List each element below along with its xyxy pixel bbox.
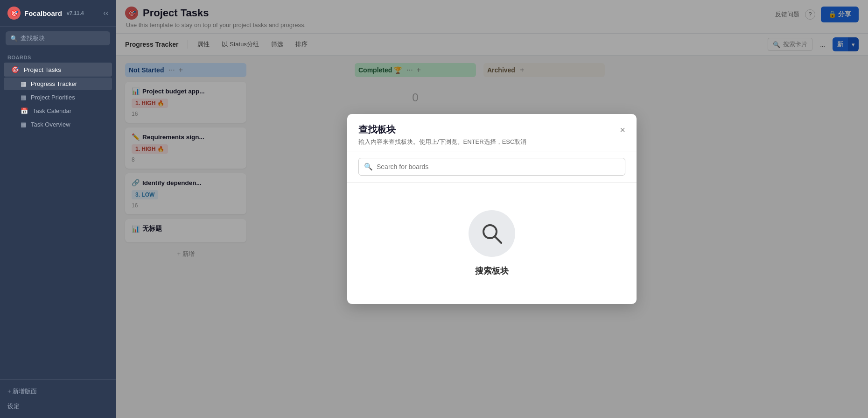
modal-title: 查找板块: [358, 123, 396, 136]
app-name: Focalboard: [24, 9, 62, 17]
app-version: v7.11.4: [67, 10, 84, 16]
search-icon: 🔍: [10, 35, 18, 42]
sidebar-subitem-project-priorities[interactable]: ▦ Project Priorities: [4, 91, 112, 104]
task-calendar-icon: 📅: [21, 107, 28, 114]
modal-close-button[interactable]: ×: [620, 125, 625, 135]
svg-line-1: [495, 236, 501, 243]
sidebar-subitem-label: Task Calendar: [33, 107, 71, 114]
sidebar: 🎯 Focalboard v7.11.4 ‹‹ 🔍 查找板块 BOARDS 🎯 …: [0, 0, 116, 418]
sidebar-search-label: 查找板块: [21, 34, 45, 43]
find-board-modal: 查找板块 × 输入内容来查找板块。使用上/下浏览。ENTER选择，ESC取消 🔍: [347, 114, 637, 304]
sidebar-subitem-progress-tracker[interactable]: ▦ Progress Tracker: [4, 78, 112, 90]
modal-search-row: 🔍: [347, 151, 637, 183]
main-content: 🎯 Project Tasks Use this template to sta…: [116, 0, 868, 418]
modal-search-icon: 🔍: [364, 163, 373, 171]
search-empty-svg: [480, 221, 504, 246]
sidebar-header: 🎯 Focalboard v7.11.4 ‹‹: [0, 0, 116, 27]
collapse-sidebar-button[interactable]: ‹‹: [103, 9, 108, 17]
add-board-button[interactable]: + 新增版面: [7, 385, 108, 397]
sidebar-subitem-task-overview[interactable]: ▦ Task Overview: [4, 118, 112, 131]
logo-icon: 🎯: [7, 7, 21, 20]
task-overview-icon: ▦: [21, 121, 26, 128]
modal-body: 搜索板块: [347, 183, 637, 304]
sidebar-subitem-task-calendar[interactable]: 📅 Task Calendar: [4, 105, 112, 117]
modal-empty-icon: [469, 210, 515, 257]
sidebar-footer: + 新增版面 设定: [0, 379, 116, 418]
sidebar-subitem-label: Progress Tracker: [31, 80, 77, 87]
sidebar-subitem-label: Task Overview: [31, 121, 70, 128]
progress-tracker-icon: ▦: [21, 80, 26, 87]
project-priorities-icon: ▦: [21, 94, 26, 101]
modal-header: 查找板块 × 输入内容来查找板块。使用上/下浏览。ENTER选择，ESC取消: [347, 114, 637, 151]
sidebar-search-button[interactable]: 🔍 查找板块: [6, 31, 110, 45]
modal-search-wrap: 🔍: [358, 158, 625, 176]
project-tasks-icon: 🎯: [11, 66, 19, 73]
modal-empty-text: 搜索板块: [475, 265, 509, 276]
sidebar-item-project-tasks[interactable]: 🎯 Project Tasks: [4, 63, 112, 77]
modal-search-input[interactable]: [358, 158, 625, 176]
modal-subtitle: 输入内容来查找板块。使用上/下浏览。ENTER选择，ESC取消: [358, 138, 625, 146]
sidebar-subitem-label: Project Priorities: [31, 94, 75, 101]
sidebar-logo: 🎯 Focalboard v7.11.4: [7, 7, 84, 20]
sidebar-item-label: Project Tasks: [24, 66, 61, 73]
settings-button[interactable]: 设定: [7, 400, 108, 412]
boards-section-label: BOARDS: [0, 50, 116, 62]
modal-title-row: 查找板块 ×: [358, 123, 625, 136]
modal-overlay[interactable]: 查找板块 × 输入内容来查找板块。使用上/下浏览。ENTER选择，ESC取消 🔍: [116, 0, 868, 418]
